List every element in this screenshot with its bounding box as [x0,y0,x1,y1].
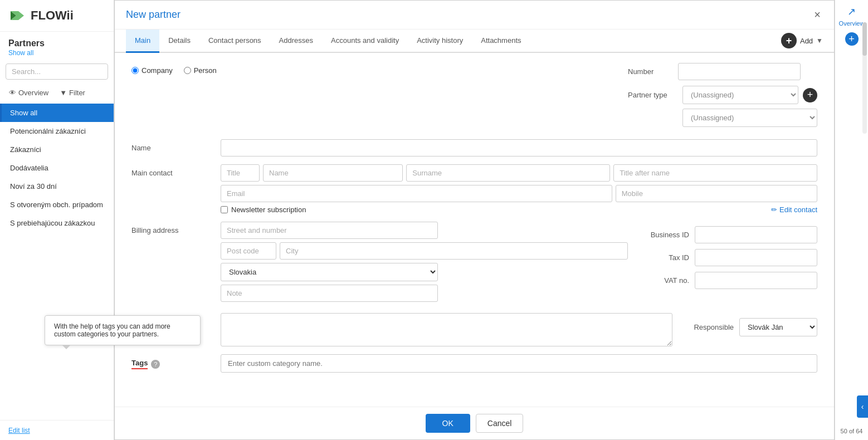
tags-row: Tags ? [131,354,817,373]
vat-label: VAT no. [639,276,689,285]
tags-label-row: Tags ? [131,359,221,369]
person-radio-label[interactable]: Person [184,66,217,75]
contact-email-input[interactable] [221,185,612,202]
tax-id-input[interactable] [695,249,817,266]
add-label: Add [800,37,813,45]
tags-label-area: Tags ? [131,354,221,373]
sidebar-item-prebieha[interactable]: S prebiehajúcou zákazkou [0,214,114,232]
responsible-select[interactable]: Slovák Ján [739,318,817,336]
note-textarea[interactable] [221,313,672,346]
sidebar-item-show-all[interactable]: Show all [0,104,114,122]
sidebar-nav: Show all Potencionálni zákazníci Zákazní… [0,104,114,420]
name-row: Name [131,139,817,157]
edit-contact-link[interactable]: ✏ Edit contact [771,206,817,214]
tags-label: Tags [131,359,148,369]
tabs-add-button[interactable]: + Add ▼ [781,33,823,48]
pencil-icon: ✏ [771,206,777,214]
name-input[interactable] [221,139,817,157]
billing-left: Billing address Slovakia [131,222,628,313]
tags-input[interactable] [221,354,817,373]
edit-contact-label: Edit contact [779,206,817,214]
billing-post-input[interactable] [221,242,276,260]
tab-addresses[interactable]: Addresses [270,30,322,53]
sidebar-actions: 👁 Overview ▼ Filter [0,84,114,104]
partner-type-group2: (Unassigned) [628,109,817,127]
business-id-input[interactable] [695,226,817,243]
billing-city-input[interactable] [280,242,628,260]
billing-country-select[interactable]: Slovakia [221,263,438,281]
modal-header: New partner × [115,1,834,30]
company-label: Company [142,66,173,75]
number-field-group: Number [628,63,817,80]
partner-type-select[interactable]: (Unassigned) [682,86,798,104]
right-panel: ↗ Overview + ‹ 50 of 64 [835,0,868,440]
tax-id-label: Tax ID [639,253,689,262]
note-controls: Responsible Slovák Ján [221,313,817,346]
vat-row: VAT no. [639,272,817,289]
contact-surname-input[interactable] [406,164,610,182]
modal-close-button[interactable]: × [812,8,823,21]
edit-list-link[interactable]: Edit list [8,427,30,434]
partner-type-select2[interactable]: (Unassigned) [682,109,817,127]
business-ids-col: Business ID Tax ID VAT no. [628,222,817,313]
sidebar: FLOWii Partners Show all 👁 Overview ▼ Fi… [0,0,114,440]
number-input[interactable] [678,63,801,80]
tab-attachments[interactable]: Attachments [472,30,530,53]
billing-street-input[interactable] [221,222,438,239]
newsletter-checkbox[interactable] [221,206,228,213]
add-partner-type-button[interactable]: + [803,88,817,102]
pagination-text: 50 of 64 [841,428,863,434]
tab-accounts[interactable]: Accounts and validity [322,30,408,53]
contact-controls: Newsletter subscription ✏ Edit contact [221,164,817,214]
partners-show-all-link[interactable]: Show all [8,49,33,57]
billing-note-row [221,285,628,302]
right-panel-overview-button[interactable]: ↗ Overview [839,6,865,27]
modal-body: Company Person Number Pa [115,53,834,407]
person-radio[interactable] [184,67,191,74]
chevron-left-icon: ‹ [861,402,864,411]
collapse-panel-button[interactable]: ‹ [857,395,868,418]
main-content: New partner × Main Details Contact perso… [114,0,835,440]
sidebar-item-otvoreny[interactable]: S otvoreným obch. prípadom [0,195,114,214]
tab-activity[interactable]: Activity history [408,30,472,53]
right-scrollbar[interactable] [862,22,867,134]
modal-title: New partner [126,9,181,21]
sidebar-item-potencionalni[interactable]: Potencionálni zákazníci [0,122,114,140]
business-id-row: Business ID [639,226,817,243]
eye-icon: 👁 [9,89,16,97]
responsible-row: Responsible Slovák Ján [684,318,817,336]
contact-title-input[interactable] [221,164,260,182]
tax-id-row: Tax ID [639,249,817,266]
company-radio-label[interactable]: Company [131,66,173,75]
sidebar-item-novi[interactable]: Noví za 30 dní [0,177,114,195]
billing-city-row [221,242,628,260]
sidebar-item-dodavatelia[interactable]: Dodávatelia [0,159,114,177]
sidebar-item-zakaznici[interactable]: Zákazníci [0,140,114,159]
note-row: Note Responsible Slovák Ján [131,313,817,346]
filter-label: Filter [69,89,85,97]
overview-button[interactable]: 👁 Overview [6,86,52,99]
tab-contact-persons[interactable]: Contact persons [199,30,270,53]
tab-details[interactable]: Details [159,30,199,53]
tab-main[interactable]: Main [126,30,159,53]
billing-note-input[interactable] [221,285,438,302]
overview-label: Overview [18,89,48,97]
cancel-button[interactable]: Cancel [476,414,524,433]
contact-title-after-input[interactable] [613,164,817,182]
search-input[interactable] [6,63,108,80]
right-panel-add-button[interactable]: + [845,32,859,46]
contact-mobile-input[interactable] [616,185,817,202]
main-contact-row: Main contact New [131,164,817,214]
right-panel-overview-label: Overview [839,20,865,27]
modal-tabs: Main Details Contact persons Addresses A… [115,30,834,53]
company-radio[interactable] [131,67,139,74]
filter-button[interactable]: ▼ Filter [56,86,89,99]
vat-input[interactable] [695,272,817,289]
new-partner-modal: New partner × Main Details Contact perso… [114,0,835,440]
contact-name-input[interactable] [263,164,403,182]
business-id-label: Business ID [639,231,689,239]
tags-help-icon[interactable]: ? [151,360,160,369]
ok-button[interactable]: OK [426,414,470,433]
newsletter-label[interactable]: Newsletter subscription [221,206,306,214]
sidebar-footer: Edit list [0,420,114,440]
